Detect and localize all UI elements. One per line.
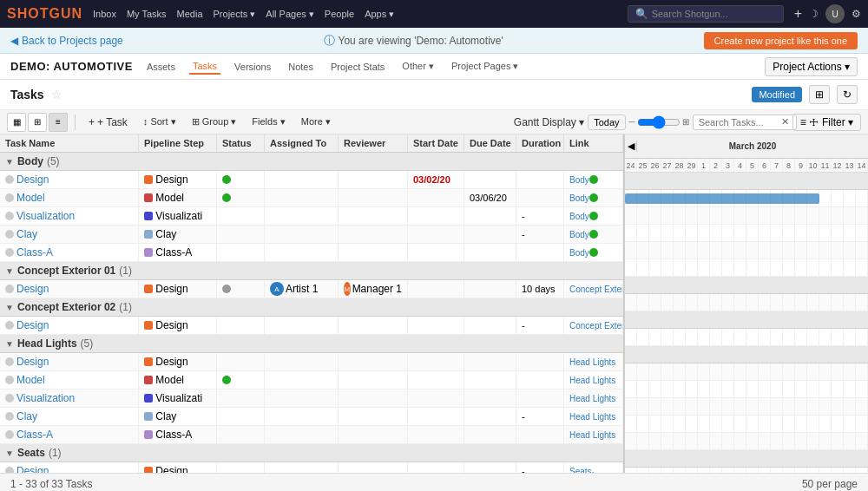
favorite-star[interactable]: ☆: [51, 88, 62, 101]
entity-link[interactable]: Body: [569, 193, 589, 203]
task-name-link[interactable]: Model: [16, 192, 45, 204]
zoom-slider[interactable]: ─ ⊞: [629, 117, 689, 128]
task-name-link[interactable]: Design: [16, 465, 49, 473]
nav-my-tasks[interactable]: My Tasks: [127, 9, 167, 19]
entity-link[interactable]: Concept Exterior 01: [569, 285, 623, 294]
gantt-cell: [625, 207, 637, 225]
entity-link[interactable]: Head Lights: [569, 394, 615, 403]
task-name-link[interactable]: Class-A: [16, 246, 53, 259]
view-grid-icon[interactable]: ▦: [7, 113, 26, 132]
settings-icon[interactable]: ⚙: [852, 8, 861, 20]
start-date-cell: [408, 226, 464, 243]
entity-link[interactable]: Body: [569, 248, 589, 258]
gantt-cell: [783, 259, 795, 277]
group-name: Body: [17, 155, 43, 167]
pipeline-color-swatch: [144, 376, 153, 384]
task-name-link[interactable]: Clay: [16, 228, 37, 240]
task-name-link[interactable]: Clay: [16, 410, 37, 422]
gantt-cell: [771, 329, 783, 346]
gantt-cell: [625, 398, 637, 416]
gantt-cell: [686, 433, 698, 450]
gantt-row: [625, 398, 868, 416]
nav-inbox[interactable]: Inbox: [93, 9, 116, 19]
gantt-day-4: 4: [734, 159, 746, 172]
group-row-2[interactable]: ▼ Concept Exterior 02 (1): [0, 298, 623, 317]
task-name-link[interactable]: Model: [16, 374, 45, 386]
due-date-cell: [464, 171, 516, 188]
nav-all-pages[interactable]: All Pages ▾: [266, 9, 314, 20]
task-name-link[interactable]: Design: [16, 283, 49, 295]
moon-icon[interactable]: ☽: [809, 8, 819, 20]
tab-other[interactable]: Other ▾: [398, 59, 437, 74]
tab-project-stats[interactable]: Project Stats: [327, 60, 388, 74]
tab-tasks[interactable]: Tasks: [189, 59, 220, 75]
task-name-link[interactable]: Design: [16, 356, 49, 368]
tab-project-pages[interactable]: Project Pages ▾: [448, 59, 523, 74]
task-name-link[interactable]: Visualization: [16, 392, 75, 404]
gantt-cell: [722, 381, 734, 398]
entity-link[interactable]: Body: [569, 175, 589, 185]
entity-link[interactable]: Head Lights: [569, 412, 615, 422]
sort-btn[interactable]: ↕ Sort ▾: [137, 114, 182, 130]
more-btn[interactable]: More ▾: [295, 114, 337, 130]
gantt-cell: [844, 225, 856, 242]
tab-assets[interactable]: Assets: [143, 60, 179, 74]
task-name-link[interactable]: Visualization: [16, 210, 75, 222]
fields-btn[interactable]: Fields ▾: [246, 114, 291, 130]
assigned-cell: [265, 426, 339, 443]
gantt-display[interactable]: Gantt Display ▾: [514, 116, 584, 128]
table-area: Task Name Pipeline Step Status Assigned …: [0, 134, 625, 473]
entity-link[interactable]: Head Lights: [569, 430, 615, 440]
gantt-cell: [722, 363, 734, 381]
tab-versions[interactable]: Versions: [231, 60, 274, 74]
group-row-3[interactable]: ▼ Head Lights (5): [0, 335, 623, 353]
entity-link[interactable]: Concept Exterior 02: [569, 321, 623, 331]
filter-btn[interactable]: ≡ 🜊 Filter ▾: [792, 114, 861, 131]
nav-media[interactable]: Media: [177, 9, 203, 19]
entity-link[interactable]: Head Lights: [569, 376, 615, 385]
gantt-cell: [856, 225, 868, 242]
zoom-range[interactable]: [637, 117, 681, 128]
add-icon[interactable]: +: [794, 6, 802, 22]
back-to-projects[interactable]: ◀ Back to Projects page: [10, 35, 123, 47]
tab-notes[interactable]: Notes: [285, 60, 317, 74]
gantt-cell: [674, 242, 686, 259]
link-cell: Body: [564, 171, 623, 188]
task-name-link[interactable]: Design: [16, 319, 49, 331]
pipeline-cell: Class-A: [139, 244, 217, 261]
user-avatar[interactable]: U: [825, 4, 845, 23]
gantt-body: [625, 173, 868, 473]
nav-projects[interactable]: Projects ▾: [214, 9, 256, 20]
global-search[interactable]: 🔍 Search Shotgun...: [628, 5, 784, 23]
row-status-icon: [5, 376, 14, 384]
nav-people[interactable]: People: [325, 9, 354, 19]
layout-btn[interactable]: ⊞: [809, 85, 830, 104]
modified-btn[interactable]: Modified: [752, 87, 802, 102]
nav-apps[interactable]: Apps ▾: [365, 9, 394, 20]
gantt-cell: [783, 433, 795, 450]
entity-link[interactable]: Body: [569, 212, 589, 221]
entity-link[interactable]: Head Lights: [569, 357, 615, 367]
main-content: Task Name Pipeline Step Status Assigned …: [0, 134, 868, 473]
today-btn[interactable]: Today: [588, 115, 625, 130]
clear-search-icon[interactable]: ✕: [781, 116, 789, 128]
create-project-btn[interactable]: Create new project like this one: [704, 32, 858, 49]
add-task-btn[interactable]: + + Task: [82, 114, 134, 131]
gantt-cell: [844, 416, 856, 433]
view-tile-icon[interactable]: ⊞: [28, 113, 47, 132]
group-btn[interactable]: ⊞ Group ▾: [186, 114, 243, 130]
entity-link[interactable]: Seats: [569, 467, 592, 474]
gantt-cell: [698, 416, 710, 433]
gantt-cell: [710, 433, 722, 450]
task-name-link[interactable]: Design: [16, 173, 49, 186]
group-row-1[interactable]: ▼ Concept Exterior 01 (1): [0, 262, 623, 280]
refresh-btn[interactable]: ↻: [837, 85, 858, 104]
gantt-cell: [856, 294, 868, 311]
group-row-0[interactable]: ▼ Body (5): [0, 153, 623, 171]
gantt-collapse-btn[interactable]: ◀: [625, 141, 637, 152]
task-name-link[interactable]: Class-A: [16, 429, 53, 441]
view-list-icon[interactable]: ≡: [49, 113, 68, 132]
project-actions-btn[interactable]: Project Actions ▾: [765, 57, 858, 76]
group-row-4[interactable]: ▼ Seats (1): [0, 444, 623, 462]
entity-link[interactable]: Body: [569, 230, 589, 239]
